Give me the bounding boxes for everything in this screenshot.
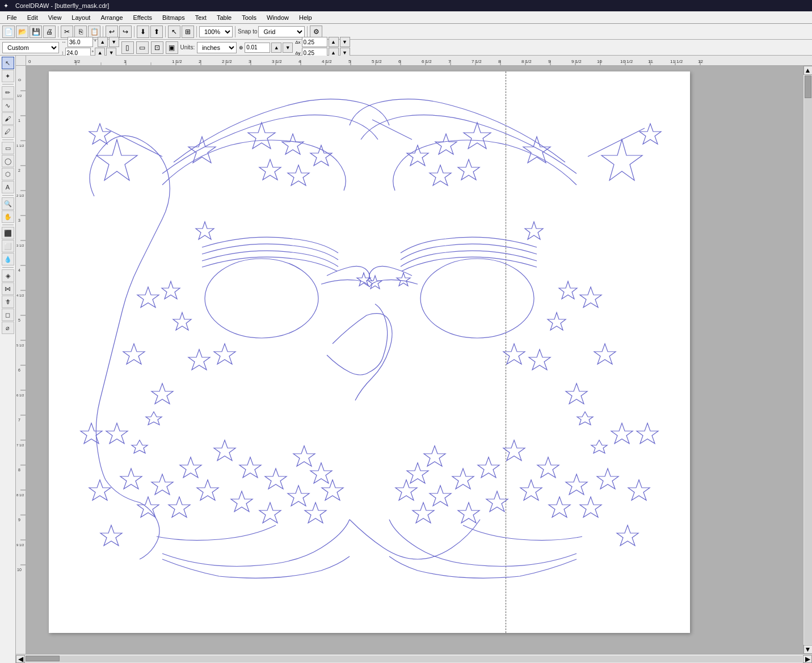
pen-tool[interactable]: 🖊: [2, 125, 14, 138]
scroll-left-button[interactable]: ◀: [16, 655, 25, 663]
ellipse-tool[interactable]: ◯: [2, 155, 14, 167]
svg-marker-120: [239, 457, 261, 478]
connector-tool[interactable]: ⌀: [2, 322, 14, 334]
eraser-tool[interactable]: ◻: [2, 309, 14, 321]
svg-text:1/2: 1/2: [17, 94, 22, 98]
hand-tool[interactable]: ✋: [2, 210, 14, 223]
menu-layout[interactable]: Layout: [67, 13, 95, 22]
vertical-scrollbar[interactable]: ▲ ▼: [803, 66, 812, 654]
title-text: CorelDRAW - [butterfly_mask.cdr]: [15, 2, 109, 9]
text-tool[interactable]: A: [2, 181, 14, 193]
pos-x-down[interactable]: ▼: [283, 43, 293, 53]
import-button[interactable]: ⬇: [137, 26, 149, 38]
horizontal-scrollbar[interactable]: ◀ ▶: [16, 654, 812, 663]
svg-marker-149: [594, 344, 616, 364]
menu-tools[interactable]: Tools: [237, 13, 261, 22]
knife-tool[interactable]: 🗡: [2, 295, 14, 308]
page-width-input[interactable]: [68, 37, 93, 47]
pos-x-up[interactable]: ▲: [271, 43, 281, 53]
blend-tool[interactable]: ⋈: [2, 282, 14, 295]
snap-mode-button[interactable]: ⊞: [182, 26, 194, 38]
svg-marker-119: [214, 440, 235, 461]
menu-bitmaps[interactable]: Bitmaps: [158, 13, 190, 22]
scroll-up-button[interactable]: ▲: [803, 66, 813, 75]
scroll-right-button[interactable]: ▶: [803, 655, 812, 663]
export-button[interactable]: ⬆: [150, 26, 163, 38]
fill-tool[interactable]: ⬛: [2, 227, 14, 239]
menu-effects[interactable]: Effects: [129, 13, 157, 22]
open-button[interactable]: 📂: [16, 26, 28, 38]
snap-x-input[interactable]: [302, 37, 327, 47]
width-down-button[interactable]: ▼: [109, 37, 119, 47]
menu-window[interactable]: Window: [262, 13, 293, 22]
new-button[interactable]: 📄: [2, 26, 15, 38]
svg-text:7: 7: [18, 418, 20, 422]
menu-file[interactable]: File: [2, 13, 22, 22]
width-up-button[interactable]: ▲: [98, 37, 108, 47]
toolbox: ↖ ✦ ✏ ∿ 🖌 🖊 ▭ ◯ ⬡ A 🔍 ✋ ⬛ ⬜ 💧 ◈ ⋈ 🗡 ◻ ⌀: [0, 56, 16, 663]
snap-x-up[interactable]: ▲: [329, 37, 339, 47]
page-layout-button[interactable]: ⊡: [151, 41, 163, 54]
redo-button[interactable]: ↪: [119, 26, 132, 38]
page-bg-button[interactable]: ▣: [166, 41, 178, 54]
width-icon: ↔: [61, 39, 66, 45]
menu-view[interactable]: View: [44, 13, 66, 22]
scroll-thumb[interactable]: [805, 75, 811, 98]
units-dropdown[interactable]: inches mm cm pixels: [197, 42, 237, 53]
snap-x-down[interactable]: ▼: [340, 37, 350, 47]
zoom-dropdown[interactable]: 100% 75% 50% 150% 200%: [199, 26, 233, 37]
save-button[interactable]: 💾: [30, 26, 42, 38]
outline-tool[interactable]: ⬜: [2, 240, 14, 252]
menu-arrange[interactable]: Arrange: [96, 13, 127, 22]
svg-point-135: [420, 259, 534, 338]
sep1: [58, 26, 58, 37]
interactive-fill-tool[interactable]: ◈: [2, 269, 14, 282]
h-scroll-track[interactable]: [26, 656, 802, 662]
portrait-button[interactable]: ▯: [121, 41, 134, 54]
preset-dropdown[interactable]: Custom Letter A4 A3: [2, 42, 59, 53]
svg-marker-129: [81, 423, 102, 444]
pointer-mode-button[interactable]: ↖: [168, 26, 180, 38]
menu-edit[interactable]: Edit: [23, 13, 43, 22]
menu-text[interactable]: Text: [191, 13, 211, 22]
snap-dropdown[interactable]: Grid Guidelines Objects: [258, 26, 305, 37]
paste-button[interactable]: 📋: [88, 26, 100, 38]
pointer-tool[interactable]: ↖: [2, 57, 14, 69]
menu-table[interactable]: Table: [212, 13, 236, 22]
freehand-tool[interactable]: ✏: [2, 86, 14, 99]
svg-marker-109: [152, 383, 173, 404]
eyedropper-tool[interactable]: 💧: [2, 253, 14, 265]
copy-button[interactable]: ⎘: [74, 26, 87, 38]
options-button[interactable]: ⚙: [310, 26, 322, 38]
svg-marker-115: [180, 457, 201, 478]
canvas-area[interactable]: 0 1/2 1 1 1/2 2 2 1/2 3 3: [16, 66, 812, 654]
menu-help[interactable]: Help: [294, 13, 317, 22]
svg-marker-147: [529, 349, 550, 370]
cut-button[interactable]: ✂: [61, 26, 73, 38]
rectangle-tool[interactable]: ▭: [2, 142, 14, 154]
svg-rect-0: [26, 56, 812, 66]
subselect-tool[interactable]: ✦: [2, 70, 14, 82]
svg-marker-151: [611, 423, 633, 444]
menubar: File Edit View Layout Arrange Effects Bi…: [0, 11, 812, 24]
tool-sep2: [2, 140, 14, 140]
landscape-button[interactable]: ▭: [136, 41, 149, 54]
position-x-input[interactable]: [245, 43, 270, 53]
height-icon: ↕: [61, 50, 64, 56]
svg-text:5: 5: [18, 318, 20, 322]
artistic-tool[interactable]: 🖌: [2, 112, 14, 125]
undo-button[interactable]: ↩: [106, 26, 118, 38]
zoom-tool[interactable]: 🔍: [2, 197, 14, 210]
scroll-track[interactable]: [804, 75, 812, 644]
scroll-down-button[interactable]: ▼: [803, 645, 813, 654]
svg-marker-122: [259, 502, 281, 523]
svg-marker-167: [396, 480, 417, 500]
h-scroll-thumb[interactable]: [26, 656, 60, 661]
polygon-tool[interactable]: ⬡: [2, 168, 14, 180]
bezier-tool[interactable]: ∿: [2, 99, 14, 112]
svg-point-94: [205, 259, 318, 338]
canvas[interactable]: [26, 66, 803, 654]
svg-marker-124: [288, 485, 309, 506]
svg-marker-117: [169, 497, 190, 517]
print-button[interactable]: 🖨: [43, 26, 56, 38]
